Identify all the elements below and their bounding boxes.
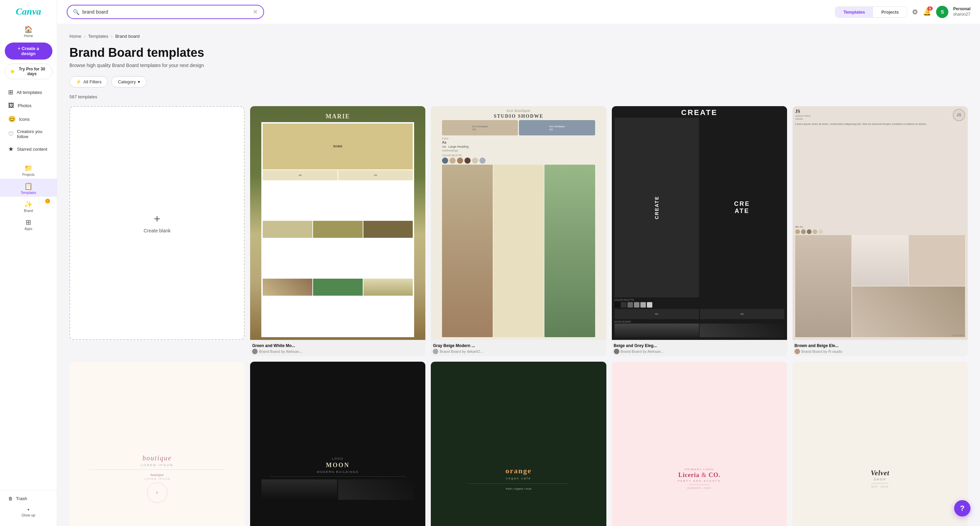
trash-item[interactable]: 🗑 Trash (5, 493, 51, 504)
content-area: Home › Templates › Brand board Brand Boa… (57, 24, 980, 526)
sidebar-item-all-templates[interactable]: ⊞ All templates (5, 86, 51, 99)
all-filters-button[interactable]: ⚡ All Filters (69, 76, 108, 87)
glow-up-button[interactable]: ✦ Glow up (5, 504, 51, 521)
apps-icon: ⊞ (25, 218, 31, 226)
search-input[interactable] (82, 9, 250, 14)
icons-label: Icons (19, 117, 30, 122)
card-title: Brown and Beige Ele... (795, 343, 966, 348)
avatar[interactable]: S (936, 6, 948, 18)
card-image-boutique: boutique LOREM IPSUM boutique LOREM IPSU… (69, 362, 245, 526)
card-info: Brown and Beige Ele... Brand Board by R-… (792, 340, 968, 356)
create-blank-card[interactable]: + Create blank (69, 106, 245, 356)
card-image-brown-beige: JS Juliana SilvaStudio JS Lorem ipsum do… (792, 106, 968, 340)
user-info[interactable]: Personal sharon27 (953, 6, 970, 17)
projects-nav-label: Projects (22, 173, 34, 176)
notification-badge: 8 (927, 6, 933, 11)
template-count: 587 templates (69, 94, 968, 99)
star-icon: ★ (8, 145, 14, 153)
sidebar-item-home[interactable]: 🏠 Home (0, 22, 57, 40)
breadcrumb-home[interactable]: Home (69, 34, 81, 39)
author-name: Brand Board by Aleksan... (259, 350, 302, 353)
card-image-orange: orange vegan cafe fresh • organic • loca… (431, 362, 606, 526)
home-icon: 🏠 (24, 25, 33, 33)
heart-icon: ♡ (8, 130, 14, 138)
try-pro-button[interactable]: ⭐ Try Pro for 30 days (5, 64, 52, 79)
breadcrumb-templates[interactable]: Templates (88, 34, 108, 39)
filter-icon: ⚡ (76, 79, 81, 84)
apps-nav-label: Apps (24, 227, 32, 231)
home-label: Home (24, 34, 33, 38)
chevron-down-icon: ▾ (138, 79, 140, 84)
sidebar-item-creators[interactable]: ♡ Creators you follow (5, 126, 51, 142)
main-area: 🔍 ✕ Templates Projects ⚙ 🔔 8 S Personal … (57, 0, 980, 526)
templates-nav-label: Templates (21, 191, 37, 195)
photos-label: Photos (18, 103, 31, 108)
header-right: Templates Projects ⚙ 🔔 8 S Personal shar… (835, 6, 970, 18)
template-card-green-white[interactable]: MARIE MARIE Aa Aa (250, 106, 425, 356)
card-info: Gray Beige Modern ... Brand Board by dek… (431, 340, 606, 356)
search-bar[interactable]: 🔍 ✕ (67, 5, 264, 19)
card-title: Beige and Grey Eleg... (614, 343, 785, 348)
sidebar-item-apps[interactable]: ⊞ Apps (0, 215, 57, 233)
card-image-beige-grey: CREATE CREATE CRE ATE COLOR PALETTE (612, 106, 787, 340)
header-tabs: Templates Projects (835, 6, 907, 18)
sidebar-logo-area: Canva (0, 0, 57, 22)
template-card-moon[interactable]: LOGO MOON MODERN BUILDINGS Moon Modern B… (250, 362, 425, 526)
author-avatar (614, 349, 619, 354)
breadcrumb-sep-2: › (111, 34, 112, 39)
grid-icon: ⊞ (8, 89, 13, 96)
create-blank-label: Create blank (143, 228, 170, 234)
author-name: Brand Board by R-studio (801, 350, 842, 353)
template-card-boutique[interactable]: boutique LOREM IPSUM boutique LOREM IPSU… (69, 362, 245, 526)
creators-label: Creators you follow (17, 129, 49, 139)
category-filter-button[interactable]: Category ▾ (111, 76, 147, 87)
notifications-button[interactable]: 🔔 8 (923, 8, 931, 16)
sidebar-item-brand[interactable]: ✨ Brand ! (0, 197, 57, 215)
sidebar: Canva 🏠 Home + Create a design ⭐ Try Pro… (0, 0, 57, 526)
sidebar-item-photos[interactable]: 🖼 Photos (5, 99, 51, 112)
trash-label: Trash (16, 496, 27, 501)
card-image-velvet: Velvet SHOP EST. 2020 (792, 362, 968, 526)
card-author: Brand Board by R-studio (795, 349, 966, 354)
create-blank-inner[interactable]: + Create blank (69, 106, 245, 340)
card-title: Gray Beige Modern ... (433, 343, 604, 348)
projects-icon: 📁 (24, 164, 33, 172)
brand-badge: ! (45, 199, 50, 203)
sidebar-item-icons[interactable]: 😊 Icons (5, 112, 51, 126)
create-design-button[interactable]: + Create a design (5, 43, 52, 60)
sidebar-item-projects[interactable]: 📁 Projects (0, 161, 57, 179)
template-card-beige-grey[interactable]: CREATE CREATE CRE ATE COLOR PALETTE (612, 106, 787, 356)
card-image-green-white: MARIE MARIE Aa Aa (250, 106, 425, 340)
template-grid: + Create blank MARIE MARIE Aa Aa (69, 106, 968, 526)
sidebar-item-starred[interactable]: ★ Starred content (5, 142, 51, 156)
card-info: Green and White Mo... Brand Board by Ale… (250, 340, 425, 356)
card-info: Beige and Grey Eleg... Brand Board by Al… (612, 340, 787, 356)
page-title: Brand Board templates (69, 46, 968, 60)
template-card-brown-beige[interactable]: JS Juliana SilvaStudio JS Lorem ipsum do… (792, 106, 968, 356)
clear-search-icon[interactable]: ✕ (253, 8, 258, 16)
template-card-orange[interactable]: orange vegan cafe fresh • organic • loca… (431, 362, 606, 526)
template-card-liceria[interactable]: PRIMARY LOGO Liceria & CO. PARTY AND EVE… (612, 362, 787, 526)
template-card-gray-beige[interactable]: eco boutique STUDIO SHODWE eco boutiqueS… (431, 106, 606, 356)
tab-templates[interactable]: Templates (835, 7, 873, 17)
user-type: Personal (953, 6, 970, 12)
breadcrumb: Home › Templates › Brand board (69, 34, 968, 39)
icons-icon: 😊 (8, 115, 16, 123)
author-avatar (433, 349, 438, 354)
settings-icon[interactable]: ⚙ (912, 8, 918, 16)
canva-logo[interactable]: Canva (16, 6, 41, 17)
template-card-velvet[interactable]: Velvet SHOP EST. 2020 Velvet Shop Brand … (792, 362, 968, 526)
author-name: Brand Board by Aleksan... (620, 350, 664, 353)
trash-icon: 🗑 (8, 496, 13, 501)
card-image-gray-beige: eco boutique STUDIO SHODWE eco boutiqueS… (431, 106, 606, 340)
photos-icon: 🖼 (8, 102, 14, 109)
pro-btn-label: Try Pro for 30 days (17, 67, 47, 76)
all-templates-label: All templates (17, 90, 42, 95)
templates-icon: 📋 (24, 182, 33, 190)
card-image-liceria: PRIMARY LOGO Liceria & CO. PARTY AND EVE… (612, 362, 787, 526)
card-author: Brand Board by Aleksan... (614, 349, 785, 354)
tab-projects[interactable]: Projects (873, 7, 907, 17)
sidebar-item-templates[interactable]: 📋 Templates (0, 179, 57, 197)
help-button[interactable]: ? (954, 500, 970, 516)
pro-star-icon: ⭐ (10, 69, 15, 74)
